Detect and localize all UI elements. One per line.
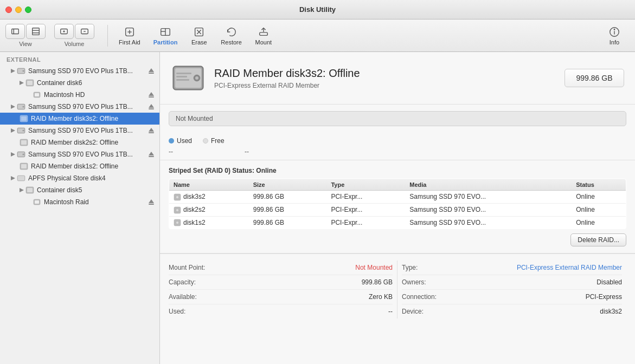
svg-marker-61 [11,176,15,180]
mount-btn[interactable]: Mount [249,24,278,48]
view-btn-right[interactable] [26,24,46,39]
remove-volume-btn[interactable] [75,24,94,39]
volume-group: Volume [54,24,94,47]
not-mounted-bar: Not Mounted [169,111,626,126]
apfs-store-label: APFS Physical Store disk4 [28,174,155,182]
detail-pane: RAID Member disk3s2: Offline PCI-Express… [160,52,635,364]
sidebar-item-raid-member-3s2[interactable]: RAID Member disk3s2: Offline [0,113,159,125]
erase-btn[interactable]: Erase [185,24,213,48]
col-status: Status [572,179,626,191]
svg-rect-44 [21,116,27,121]
maximize-button[interactable] [25,6,31,13]
svg-point-40 [23,106,24,108]
cell-type: PCI-Expr... [326,216,405,229]
sidebar-item-macintosh-hd[interactable]: Macintosh HD [0,89,159,101]
add-volume-btn[interactable] [54,24,74,39]
info-section: Mount Point: Not Mounted Capacity: 999.8… [160,253,635,325]
available-val: Zero KB [369,293,393,301]
sidebar-item-samsung1[interactable]: Samsung SSD 970 EVO Plus 1TB... [0,65,159,77]
sidebar-item-apfs-store[interactable]: APFS Physical Store disk4 [0,172,159,184]
svg-rect-66 [27,188,33,192]
connection-row: Connection: PCI-Express [402,290,622,304]
used-val: -- [388,308,393,315]
mount-point-key: Mount Point: [169,264,205,271]
partition-label: Partition [153,39,178,46]
col-name: Name [169,179,249,191]
sidebar-item-samsung4[interactable]: Samsung SSD 970 EVO Plus 1TB... [0,148,159,160]
cell-media: Samsung SSD 970 EVO... [405,191,572,204]
svg-rect-0 [12,29,19,34]
device-name: RAID Member disk3s2: Offline [214,67,565,80]
cell-media: Samsung SSD 970 EVO... [405,216,572,229]
svg-marker-64 [20,188,24,192]
svg-point-48 [23,130,24,132]
raid-title: Striped Set (RAID 0) Status: Online [169,167,626,174]
svg-rect-2 [33,28,40,35]
table-row: disk1s2999.86 GBPCI-Expr...Samsung SSD 9… [169,216,626,229]
container6-label: Container disk6 [37,79,155,87]
used-label: Used [177,137,192,145]
container5-label: Container disk5 [37,186,155,194]
mount-point-row: Mount Point: Not Mounted [169,261,393,275]
first-aid-btn[interactable]: First Aid [113,24,146,48]
svg-marker-69 [149,199,154,203]
svg-rect-42 [149,108,154,109]
cell-media: Samsung SSD 970 EVO... [405,203,572,216]
svg-rect-76 [176,73,191,74]
svg-rect-78 [176,79,189,81]
restore-btn[interactable]: Restore [215,24,247,48]
minimize-button[interactable] [15,6,22,13]
sidebar-item-raid-member-2s2[interactable]: RAID Member disk2s2: Offline [0,136,159,148]
mount-label: Mount [255,39,272,46]
connection-key: Connection: [402,293,437,301]
svg-marker-57 [149,152,154,155]
sidebar-item-raid-member-1s2[interactable]: RAID Member disk1s2: Offline [0,160,159,172]
used-dot [169,138,174,144]
svg-marker-41 [149,104,154,108]
delete-raid-button[interactable]: Delete RAID... [570,233,626,246]
cell-name: disk3s2 [169,191,249,204]
sidebar-item-samsung2[interactable]: Samsung SSD 970 EVO Plus 1TB... [0,101,159,113]
svg-point-23 [614,29,614,29]
storage-bar-section: Used Free -- -- [160,133,635,160]
erase-label: Erase [191,39,207,46]
info-label: Info [610,39,619,46]
free-value: -- [245,148,310,155]
sidebar-item-macintosh-raid[interactable]: Macintosh Raid [0,196,159,208]
samsung3-label: Samsung SSD 970 EVO Plus 1TB... [28,127,147,134]
samsung4-label: Samsung SSD 970 EVO Plus 1TB... [28,151,147,158]
connection-val: PCI-Express [586,293,622,301]
info-col-left: Mount Point: Not Mounted Capacity: 999.8… [169,261,397,318]
svg-marker-30 [20,81,24,85]
svg-rect-58 [149,156,154,157]
not-mounted-label: Not Mounted [176,115,213,122]
samsung2-label: Samsung SSD 970 EVO Plus 1TB... [28,103,147,110]
type-key: Type: [402,264,418,271]
used-value: -- [169,148,234,155]
svg-point-56 [23,154,24,155]
svg-point-84 [176,222,179,224]
device-icon [171,61,206,95]
cell-name: disk2s2 [169,203,249,216]
svg-marker-53 [11,152,15,157]
svg-point-82 [176,209,179,211]
svg-rect-50 [149,132,154,133]
partition-btn[interactable]: Partition [148,24,183,48]
capacity-key: Capacity: [169,278,196,286]
svg-marker-49 [149,128,154,132]
titlebar: Disk Utility [0,0,635,20]
storage-legend: Used Free [169,137,626,145]
sidebar-item-container6[interactable]: Container disk6 [0,77,159,89]
close-button[interactable] [5,6,12,13]
info-btn[interactable]: Info [600,24,628,48]
raid-member-3s2-label: RAID Member disk3s2: Offline [31,115,155,122]
device-row: Device: disk3s2 [402,304,622,318]
sidebar-item-container5[interactable]: Container disk5 [0,184,159,196]
window-title: Disk Utility [299,5,336,14]
view-btn-left[interactable] [5,24,25,39]
svg-marker-37 [11,105,15,109]
sidebar-item-samsung3[interactable]: Samsung SSD 970 EVO Plus 1TB... [0,125,159,136]
sidebar-section-external: External [0,52,159,65]
used-legend: Used [169,137,192,145]
svg-rect-70 [149,204,154,205]
